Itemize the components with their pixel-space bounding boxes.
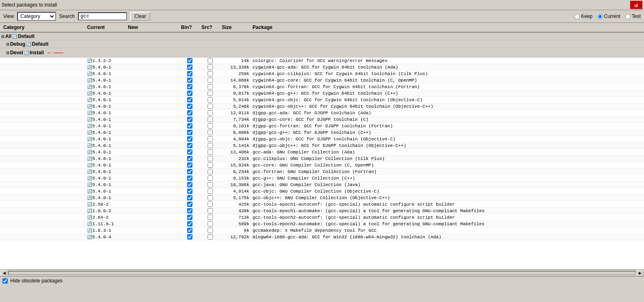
table-row[interactable]: 🔄5.4.0-118,386kgcc-java: GNU Compiler Co… [0, 182, 644, 188]
table-row[interactable]: 🔄5.4.0-113,320kcygwin64-gcc-ada: GCC for… [0, 64, 644, 71]
table-row[interactable]: 🔄1.11.6-1589kgcc-tools-epoch2-automake: … [0, 221, 644, 227]
package-bin-checkbox[interactable] [187, 130, 192, 135]
current-radio-label[interactable]: Current [597, 13, 620, 19]
package-src-checkbox[interactable] [208, 78, 213, 83]
package-bin-checkbox[interactable] [187, 149, 192, 155]
package-bin-checkbox[interactable] [187, 221, 192, 226]
package-bin-checkbox[interactable] [187, 71, 192, 76]
package-bin-checkbox[interactable] [187, 136, 192, 142]
table-row[interactable]: 🔄5.4.0-14,894kdjgpp-gcc-objc: GCC for DJ… [0, 136, 644, 142]
package-bin-checkbox[interactable] [187, 97, 192, 102]
table-row[interactable]: 🔄5.4.0-16,101kdjgpp-gcc-fortran: GCC for… [0, 123, 644, 129]
package-src-checkbox[interactable] [208, 84, 213, 89]
package-src-checkbox[interactable] [208, 136, 213, 142]
hide-obsolete-checkbox[interactable] [2, 278, 8, 284]
expand-debug-icon[interactable]: ⊟ [7, 42, 9, 47]
table-row[interactable]: 🔄5.4.0-16,378kcygwin64-gcc-fortran: GCC … [0, 84, 644, 90]
table-row[interactable]: 🔄5.4.0-1232kgcc-cilkplus: GNU Compiler C… [0, 155, 644, 162]
package-src-checkbox[interactable] [208, 143, 213, 148]
package-src-checkbox[interactable] [208, 123, 213, 129]
package-bin-checkbox[interactable] [187, 182, 192, 187]
package-src-checkbox[interactable] [208, 162, 213, 168]
test-radio-label[interactable]: Test [625, 13, 641, 19]
table-row[interactable]: 🔄5.4.0-113,406kgcc-ada: GNU Compiler Col… [0, 149, 644, 155]
package-src-checkbox[interactable] [208, 149, 213, 155]
package-src-checkbox[interactable] [208, 228, 213, 233]
scroll-right-btn[interactable]: ▶ [637, 270, 643, 276]
package-src-checkbox[interactable] [208, 64, 213, 70]
current-radio[interactable] [597, 14, 603, 19]
table-row[interactable]: 🔄1.3.2-214kcolorgcc: Colorizer for GCC w… [0, 58, 644, 64]
category-row-devel[interactable]: ⊟ Devel 🔄 Install ← —— [0, 48, 644, 58]
table-row[interactable]: 🔄5.4.0-15,014kcygwin64-gcc-objc: GCC for… [0, 97, 644, 103]
keep-radio[interactable] [575, 14, 580, 19]
package-bin-checkbox[interactable] [187, 104, 192, 109]
category-row-all[interactable]: ⊟ All 🔄 Default [0, 33, 644, 40]
table-row[interactable]: 🔄5.4.0-19,817kcygwin64-gcc-g++: GCC for … [0, 90, 644, 97]
table-row[interactable]: 🔄5.4.0-15,141kdjgpp-gcc-objc++: GCC for … [0, 142, 644, 149]
package-src-checkbox[interactable] [208, 156, 213, 161]
package-bin-checkbox[interactable] [187, 78, 192, 83]
clear-button[interactable]: Clear [130, 12, 150, 21]
hide-obsolete-label[interactable]: Hide obsolete packages [10, 278, 63, 284]
search-input[interactable]: gcc [78, 12, 127, 20]
package-src-checkbox[interactable] [208, 189, 213, 194]
table-row[interactable]: 🔄1.0.3-16kgccmakedep: X Makefile depende… [0, 227, 644, 234]
package-src-checkbox[interactable] [208, 169, 213, 174]
package-src-checkbox[interactable] [208, 182, 213, 187]
package-src-checkbox[interactable] [208, 91, 213, 96]
package-src-checkbox[interactable] [208, 202, 213, 207]
package-bin-checkbox[interactable] [187, 234, 192, 240]
package-bin-checkbox[interactable] [187, 195, 192, 200]
package-bin-checkbox[interactable] [187, 162, 192, 168]
package-src-checkbox[interactable] [208, 215, 213, 220]
package-bin-checkbox[interactable] [187, 110, 192, 115]
package-src-checkbox[interactable] [208, 221, 213, 226]
package-bin-checkbox[interactable] [187, 189, 192, 194]
table-row[interactable]: 🔄5.4.0-18,086kdjgpp-gcc-g++: GCC for DJG… [0, 129, 644, 136]
package-src-checkbox[interactable] [208, 104, 213, 109]
package-bin-checkbox[interactable] [187, 91, 192, 96]
table-row[interactable]: 🔄2.64-2713kgcc-tools-epoch2-autoconf: (g… [0, 214, 644, 221]
package-src-checkbox[interactable] [208, 130, 213, 135]
package-bin-checkbox[interactable] [187, 84, 192, 89]
package-bin-checkbox[interactable] [187, 64, 192, 70]
table-row[interactable]: 🔄5.4.0-112,911kdjgpp-gcc-ada: GCC for DJ… [0, 110, 644, 116]
package-bin-checkbox[interactable] [187, 169, 192, 174]
package-src-checkbox[interactable] [208, 97, 213, 102]
table-row[interactable]: 🔄1.9.6-2420kgcc-tools-epoch1-automake: (… [0, 208, 644, 214]
expand-devel-icon[interactable]: ⊟ [7, 50, 9, 56]
expand-all-icon[interactable]: ⊟ [2, 34, 4, 39]
package-src-checkbox[interactable] [208, 234, 213, 240]
view-select[interactable]: Category Full Partial Up to date Not ins… [17, 12, 56, 21]
table-row[interactable]: 🔄5.4.0-17,734kdjgpp-gcc-core: GCC for DJ… [0, 116, 644, 123]
table-row[interactable]: 🔄5.4.0-15,175kgcc-objc++: GNU Compiler C… [0, 195, 644, 201]
package-src-checkbox[interactable] [208, 110, 213, 115]
package-src-checkbox[interactable] [208, 71, 213, 76]
table-row[interactable]: 🔄5.4.0-15,246kcygwin64-gcc-objc++: GCC f… [0, 103, 644, 110]
package-bin-checkbox[interactable] [187, 58, 192, 63]
test-radio[interactable] [625, 14, 631, 19]
table-row[interactable]: 🔄5.4.0-412,792kmingw64-i686-gcc-ada: GCC… [0, 234, 644, 240]
table-row[interactable]: 🔄5.4.0-1259kcygwin64-gcc-cilkplus: GCC f… [0, 71, 644, 77]
scrollbar-h[interactable]: ◀ ▶ [0, 269, 644, 276]
package-bin-checkbox[interactable] [187, 228, 192, 233]
package-bin-checkbox[interactable] [187, 143, 192, 148]
package-src-checkbox[interactable] [208, 175, 213, 181]
package-bin-checkbox[interactable] [187, 156, 192, 161]
package-src-checkbox[interactable] [208, 195, 213, 200]
table-row[interactable]: 🔄5.4.0-19,153kgcc-g++: GNU Compiler Coll… [0, 175, 644, 182]
package-src-checkbox[interactable] [208, 58, 213, 63]
table-row[interactable]: 🔄5.4.0-16,234kgcc-fortran: GNU Compiler … [0, 169, 644, 175]
table-row[interactable]: 🔄5.4.0-14,914kgcc-objc: GNU Compiler Col… [0, 188, 644, 195]
package-bin-checkbox[interactable] [187, 117, 192, 122]
package-bin-checkbox[interactable] [187, 215, 192, 220]
table-row[interactable]: 🔄5.4.0-115,920kgcc-core: GNU Compiler Co… [0, 162, 644, 169]
package-bin-checkbox[interactable] [187, 208, 192, 213]
package-bin-checkbox[interactable] [187, 123, 192, 129]
package-src-checkbox[interactable] [208, 117, 213, 122]
package-bin-checkbox[interactable] [187, 175, 192, 181]
package-src-checkbox[interactable] [208, 208, 213, 213]
package-bin-checkbox[interactable] [187, 202, 192, 207]
scroll-left-btn[interactable]: ◀ [1, 270, 7, 276]
